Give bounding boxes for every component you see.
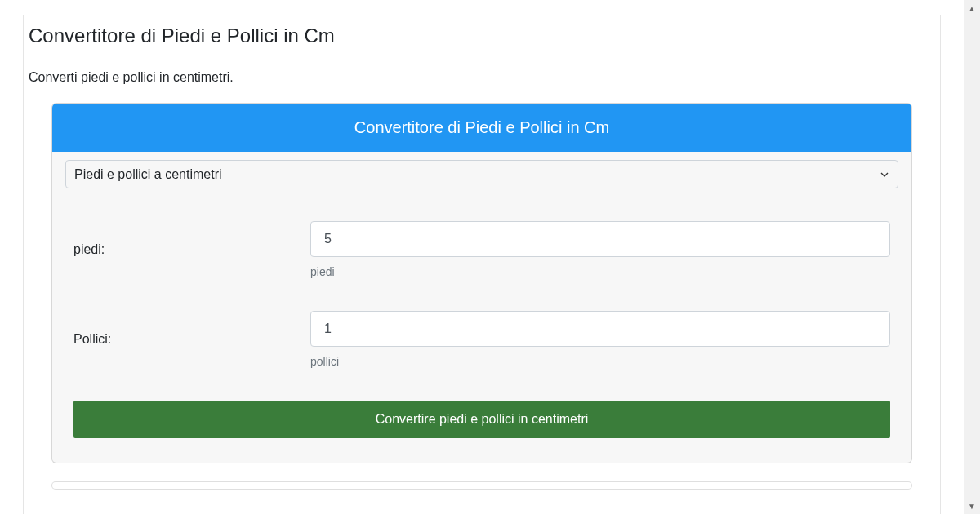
- scrollbar-up-icon[interactable]: ▲: [964, 0, 980, 16]
- conversion-type-wrapper: Piedi e pollici a centimetri: [65, 160, 898, 188]
- feet-help: piedi: [310, 265, 890, 278]
- inches-row: Pollici: pollici: [65, 311, 898, 368]
- feet-label: piedi:: [74, 242, 310, 257]
- inches-input[interactable]: [310, 311, 890, 347]
- inches-label: Pollici:: [74, 332, 310, 347]
- inches-input-col: pollici: [310, 311, 890, 368]
- page-wrapper: Convertitore di Piedi e Pollici in Cm Co…: [0, 0, 964, 514]
- inches-help: pollici: [310, 355, 890, 368]
- feet-input-col: piedi: [310, 221, 890, 278]
- conversion-type-select[interactable]: Piedi e pollici a centimetri: [65, 160, 898, 188]
- feet-input[interactable]: [310, 221, 890, 257]
- card-body: Piedi e pollici a centimetri piedi: pied…: [52, 152, 911, 463]
- result-card: [51, 481, 912, 490]
- convert-button[interactable]: Convertire piedi e pollici in centimetri: [74, 401, 890, 438]
- card-header: Convertitore di Piedi e Pollici in Cm: [52, 104, 911, 152]
- feet-row: piedi: piedi: [65, 221, 898, 278]
- page-title: Convertitore di Piedi e Pollici in Cm: [29, 24, 935, 47]
- page-description: Converti piedi e pollici in centimetri.: [29, 70, 935, 85]
- content-area: Convertitore di Piedi e Pollici in Cm Co…: [23, 15, 941, 514]
- converter-card: Convertitore di Piedi e Pollici in Cm Pi…: [51, 103, 912, 463]
- scrollbar-track[interactable]: ▲ ▼: [964, 0, 980, 514]
- scrollbar-down-icon[interactable]: ▼: [964, 498, 980, 514]
